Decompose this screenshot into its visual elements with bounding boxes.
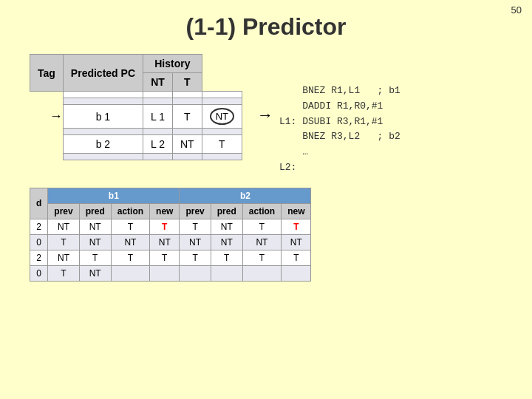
table-row: NT (48, 250, 79, 265)
page-number: 50 (511, 4, 522, 16)
table-row: T (282, 250, 311, 265)
table-row (202, 92, 242, 98)
table-row: b 2 (63, 135, 143, 154)
bottom-subheader: new (282, 203, 311, 219)
table-row (150, 265, 180, 281)
predictor-section: Tag Predicted PC History NT T →b 1L 1TNT… (30, 54, 242, 160)
table-row: NT (180, 234, 211, 250)
table-row: T (150, 219, 180, 234)
table-row: T (79, 250, 111, 265)
row-arrow: → (30, 105, 64, 129)
table-row (143, 98, 173, 105)
table-row: T (172, 105, 202, 129)
bottom-subheader: action (111, 203, 149, 219)
table-row: T (180, 250, 211, 265)
bottom-section: d b1 b2 prevpredactionnewprevpredactionn… (0, 188, 532, 282)
table-row (143, 92, 173, 98)
bottom-subheader: action (242, 203, 281, 219)
table-row: b 1 (63, 105, 143, 129)
col-b2-header: b2 (180, 188, 311, 203)
col-pc-header: Predicted PC (63, 55, 143, 92)
row-arrow (30, 135, 64, 154)
table-row (211, 265, 242, 281)
row-arrow (30, 98, 64, 105)
table-row: T (242, 219, 281, 234)
table-row: NT (282, 234, 311, 250)
table-row: NT (172, 135, 202, 154)
table-row (202, 154, 242, 160)
table-row: NT (79, 234, 111, 250)
table-row (63, 154, 143, 160)
col-d-header: d (30, 188, 48, 219)
page-title: (1-1) Predictor (0, 13, 532, 41)
bottom-table: d b1 b2 prevpredactionnewprevpredactionn… (30, 188, 311, 282)
col-history-header: History (143, 55, 202, 73)
table-row (172, 98, 202, 105)
table-row: T (150, 250, 180, 265)
table-row: T (180, 219, 211, 234)
code-arrow: → (257, 106, 273, 125)
table-row: L 1 (143, 105, 173, 129)
table-row (202, 129, 242, 135)
table-row: NT (211, 234, 242, 250)
table-row: T (111, 250, 149, 265)
table-row: 2 (30, 250, 48, 265)
table-row: 0 (30, 234, 48, 250)
col-t-header: T (172, 73, 202, 92)
table-row: NT (79, 219, 111, 234)
table-row: T (48, 234, 79, 250)
table-row (202, 98, 242, 105)
row-arrow (30, 92, 64, 98)
table-row: NT (150, 234, 180, 250)
col-b1-header: b1 (48, 188, 180, 203)
col-tag-header: Tag (30, 55, 64, 92)
table-row: T (111, 219, 149, 234)
row-arrow (30, 154, 64, 160)
bottom-subheader: new (150, 203, 180, 219)
table-row: NT (48, 219, 79, 234)
table-row (242, 265, 281, 281)
table-row: T (48, 265, 79, 281)
bottom-subheader: prev (48, 203, 79, 219)
table-row: T (202, 135, 242, 154)
table-row: NT (79, 265, 111, 281)
table-row (180, 265, 211, 281)
col-nt-header: NT (143, 73, 173, 92)
table-row: NT (242, 234, 281, 250)
code-block: BNEZ R1,L1 ; b1 DADDI R1,R0,#1 L1: DSUBI… (279, 83, 400, 176)
table-row (63, 129, 143, 135)
row-arrow (30, 129, 64, 135)
table-row (172, 92, 202, 98)
table-row (172, 129, 202, 135)
bottom-subheader: pred (79, 203, 111, 219)
table-row (172, 154, 202, 160)
table-row: NT (111, 234, 149, 250)
table-row: 0 (30, 265, 48, 281)
table-row: NT (211, 219, 242, 234)
table-row: T (282, 219, 311, 234)
table-row (143, 129, 173, 135)
table-row: L 2 (143, 135, 173, 154)
table-row (111, 265, 149, 281)
table-row (63, 98, 143, 105)
table-row (63, 92, 143, 98)
table-row: 2 (30, 219, 48, 234)
bottom-subheader: pred (211, 203, 242, 219)
table-row: T (211, 250, 242, 265)
bottom-subheader: prev (180, 203, 211, 219)
predictor-table: Tag Predicted PC History NT T →b 1L 1TNT… (30, 54, 242, 160)
table-row (282, 265, 311, 281)
table-row (143, 154, 173, 160)
table-row: T (242, 250, 281, 265)
table-row: NT (202, 105, 242, 129)
